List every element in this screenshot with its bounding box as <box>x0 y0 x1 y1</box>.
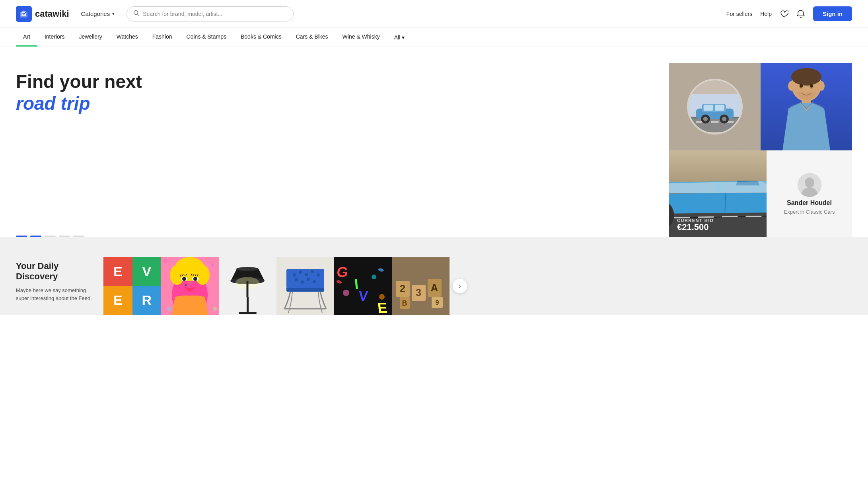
daily-image-2[interactable] <box>161 257 219 315</box>
svg-point-85 <box>311 270 314 273</box>
chevron-down-icon: ▾ <box>112 11 115 16</box>
search-icon <box>133 10 140 18</box>
svg-point-98 <box>379 294 385 300</box>
logo-icon <box>16 6 32 22</box>
daily-images: E V E R <box>103 257 852 315</box>
svg-point-55 <box>805 177 814 188</box>
dot-1[interactable] <box>16 236 27 237</box>
nav-item-books-comics[interactable]: Books & Comics <box>234 28 289 47</box>
daily-image-4[interactable] <box>276 257 334 315</box>
svg-point-18 <box>791 68 821 86</box>
svg-point-64 <box>182 277 186 281</box>
daily-text: Your Daily Discovery Maybe here we say s… <box>16 257 103 302</box>
header-right: For sellers Help Sign in <box>726 6 852 21</box>
svg-rect-12 <box>715 105 724 111</box>
hero-title-line1: Find your next <box>16 71 653 93</box>
svg-point-67 <box>185 284 187 286</box>
svg-point-16 <box>722 117 726 121</box>
hero-text: Find your next road trip <box>16 63 669 237</box>
svg-point-89 <box>307 278 310 281</box>
dot-2[interactable] <box>30 236 41 237</box>
daily-description: Maybe here we say something super intere… <box>16 286 95 302</box>
svg-point-83 <box>299 271 302 274</box>
daily-image-3[interactable] <box>219 257 276 315</box>
svg-point-96 <box>343 290 349 296</box>
svg-rect-74 <box>239 312 257 314</box>
circle-car <box>687 79 743 134</box>
search-input[interactable] <box>143 11 287 17</box>
svg-point-25 <box>810 84 813 88</box>
categories-button[interactable]: Categories ▾ <box>77 7 119 20</box>
hero-car-image: CURRENT BID €21.500 <box>669 150 767 237</box>
svg-point-20 <box>818 81 825 91</box>
hero-title-line2: road trip <box>16 93 653 115</box>
svg-point-82 <box>293 273 296 277</box>
svg-point-87 <box>295 278 298 281</box>
expert-name: Sander Houdel <box>787 199 832 207</box>
help-link[interactable]: Help <box>760 11 772 17</box>
svg-point-90 <box>313 280 316 283</box>
svg-text:G: G <box>336 264 349 280</box>
svg-point-97 <box>372 275 376 279</box>
svg-rect-11 <box>704 105 713 111</box>
svg-text:2: 2 <box>400 282 405 294</box>
nav-item-all[interactable]: All ▾ <box>387 29 412 46</box>
svg-point-86 <box>317 273 320 277</box>
favorites-button[interactable] <box>780 10 788 18</box>
hero-panel-left <box>669 63 761 150</box>
header: catawiki Categories ▾ For sellers Help <box>0 0 868 28</box>
logo-text: catawiki <box>35 9 69 19</box>
svg-line-2 <box>138 14 139 16</box>
svg-point-14 <box>703 117 708 121</box>
nav-item-fashion[interactable]: Fashion <box>145 28 179 47</box>
dot-5[interactable] <box>73 236 84 237</box>
daily-image-5[interactable]: G I V E <box>334 257 392 315</box>
dot-4[interactable] <box>59 236 70 237</box>
svg-point-66 <box>193 277 197 281</box>
hero-panel-right: ↖ <box>761 63 852 150</box>
hero-dots <box>16 164 653 237</box>
nav-item-watches[interactable]: Watches <box>109 28 145 47</box>
logo[interactable]: catawiki <box>16 6 69 22</box>
svg-rect-6 <box>711 121 719 123</box>
svg-text:3: 3 <box>416 286 421 298</box>
svg-text:V: V <box>358 288 369 304</box>
svg-point-84 <box>305 273 308 276</box>
svg-point-76 <box>236 267 259 271</box>
svg-point-24 <box>800 84 803 88</box>
nav-item-interiors[interactable]: Interiors <box>37 28 72 47</box>
svg-point-69 <box>211 263 214 267</box>
hero-top-panels: ↖ <box>669 63 852 150</box>
hero-right: ↖ <box>669 63 852 237</box>
sign-in-button[interactable]: Sign in <box>813 6 852 21</box>
daily-title: Your Daily Discovery <box>16 261 95 282</box>
svg-rect-81 <box>286 269 324 288</box>
daily-image-1[interactable]: E V E R <box>103 257 161 315</box>
cursor-indicator: ↖ <box>784 83 792 94</box>
all-label: All <box>394 34 401 41</box>
svg-point-71 <box>213 307 217 311</box>
chevron-down-icon: ▾ <box>402 34 405 41</box>
search-bar <box>127 6 294 21</box>
dot-3[interactable] <box>45 236 56 237</box>
hero-expert-panel: Sander Houdel Expert in Classic Cars <box>767 150 852 237</box>
nav-item-art[interactable]: Art <box>16 28 37 47</box>
categories-label: Categories <box>81 10 110 17</box>
nav-item-jewellery[interactable]: Jewellery <box>72 28 109 47</box>
nav-item-cars-bikes[interactable]: Cars & Bikes <box>289 28 335 47</box>
daily-next-arrow[interactable]: › <box>453 279 467 293</box>
nav-item-wine-whisky[interactable]: Wine & Whisky <box>335 28 387 47</box>
svg-rect-73 <box>247 297 249 313</box>
svg-text:A: A <box>431 282 438 294</box>
nav-bar: Art Interiors Jewellery Watches Fashion … <box>0 28 868 47</box>
svg-text:E: E <box>377 300 388 315</box>
nav-item-coins-stamps[interactable]: Coins & Stamps <box>179 28 234 47</box>
svg-point-70 <box>167 306 171 311</box>
daily-image-6[interactable]: 2 3 A B 9 <box>392 257 450 315</box>
for-sellers-link[interactable]: For sellers <box>726 11 752 17</box>
notifications-button[interactable] <box>796 10 805 18</box>
svg-text:B: B <box>402 299 407 307</box>
svg-text:9: 9 <box>436 299 439 306</box>
daily-discovery-section: Your Daily Discovery Maybe here we say s… <box>0 237 868 315</box>
current-bid-value: €21.500 <box>677 222 709 232</box>
